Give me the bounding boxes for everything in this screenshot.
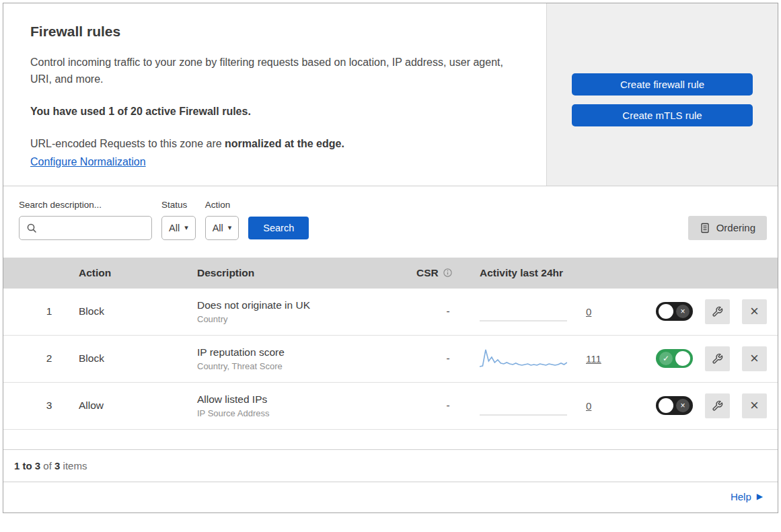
create-mtls-rule-button[interactable]: Create mTLS rule — [572, 104, 753, 126]
activity-count-link[interactable]: 0 — [586, 400, 591, 412]
activity-count-link[interactable]: 111 — [586, 353, 601, 365]
filter-bar: Search description... Status All ▾ Actio… — [3, 186, 778, 258]
rule-controls: × × — [641, 299, 767, 324]
rule-criteria: Country — [197, 314, 416, 324]
rule-csr-value: - — [416, 352, 480, 365]
header-action-column: Action — [79, 267, 197, 279]
pagination-summary: 1 to 3 of 3 items — [3, 450, 778, 482]
page-header: Firewall rules Control incoming traffic … — [3, 3, 778, 186]
search-button[interactable]: Search — [248, 217, 309, 239]
status-toggle[interactable]: × — [656, 302, 693, 321]
header-csr-label: CSR — [416, 267, 439, 279]
rule-controls: × × — [641, 393, 767, 418]
activity-sparkline — [480, 299, 567, 324]
configure-normalization-link[interactable]: Configure Normalization — [30, 156, 146, 167]
arrow-right-icon: ▶ — [757, 492, 763, 501]
status-filter-group: Status All ▾ — [161, 200, 196, 240]
normalization-note: URL-encoded Requests to this zone are no… — [30, 138, 519, 150]
page-title: Firewall rules — [30, 24, 519, 40]
help-link-label: Help — [731, 491, 751, 502]
status-toggle[interactable]: × — [656, 396, 693, 415]
rule-criteria: IP Source Address — [197, 408, 416, 418]
wrench-icon — [712, 306, 723, 317]
status-toggle[interactable]: ✓ — [656, 349, 693, 368]
firewall-rules-page: Firewall rules Control incoming traffic … — [3, 3, 778, 513]
rule-activity-cell: 111 — [480, 346, 641, 371]
header-description-column: Description — [197, 267, 416, 279]
rule-activity-cell: 0 — [480, 299, 641, 324]
table-header: Action Description CSR Activity last 24h… — [3, 258, 778, 289]
status-dropdown-value: All — [169, 223, 180, 233]
action-dropdown[interactable]: All ▾ — [205, 216, 239, 240]
rule-description: IP reputation score — [197, 346, 416, 358]
pagination-total: 3 — [54, 460, 60, 471]
page-description: Control incoming traffic to your zone by… — [30, 54, 519, 88]
pagination-of: of — [43, 460, 52, 471]
wrench-icon — [712, 353, 723, 365]
toggle-knob — [659, 398, 673, 413]
table-row: 1 Block Does not originate in UK Country… — [3, 289, 778, 336]
toggle-state-icon: ✓ — [659, 352, 673, 365]
action-label: Action — [205, 200, 239, 210]
header-text-block: Firewall rules Control incoming traffic … — [3, 3, 546, 186]
toggle-state-icon: × — [676, 305, 690, 318]
help-link[interactable]: Help ▶ — [731, 491, 763, 502]
rule-description: Does not originate in UK — [197, 299, 416, 311]
close-icon: × — [750, 351, 759, 366]
close-icon: × — [750, 304, 759, 319]
rule-action: Block — [79, 305, 197, 317]
rule-description: Allow listed IPs — [197, 393, 416, 406]
status-dropdown[interactable]: All ▾ — [161, 216, 196, 240]
help-row: Help ▶ — [3, 482, 778, 512]
search-box — [19, 216, 152, 240]
table-footer-spacer — [3, 430, 778, 450]
pagination-items-label: items — [63, 460, 87, 471]
header-activity-column: Activity last 24hr — [480, 267, 641, 279]
create-firewall-rule-button[interactable]: Create firewall rule — [572, 73, 753, 96]
ordering-button[interactable]: Ordering — [688, 216, 767, 240]
action-filter-group: Action All ▾ — [205, 200, 239, 240]
rule-priority: 1 — [20, 305, 79, 317]
table-row: 2 Block IP reputation score Country, Thr… — [3, 336, 778, 383]
info-icon[interactable] — [443, 268, 453, 278]
rule-csr-value: - — [416, 400, 480, 412]
action-dropdown-value: All — [213, 223, 223, 233]
rule-action: Block — [79, 352, 197, 365]
chevron-down-icon: ▾ — [228, 223, 232, 232]
table-row: 3 Allow Allow listed IPs IP Source Addre… — [3, 383, 778, 430]
edit-rule-button[interactable] — [705, 393, 730, 418]
toggle-knob — [659, 304, 673, 319]
rule-description-cell: Allow listed IPs IP Source Address — [197, 393, 416, 418]
activity-sparkline — [480, 346, 567, 371]
edit-rule-button[interactable] — [705, 346, 730, 371]
toggle-state-icon: × — [676, 399, 690, 412]
ordering-list-icon — [700, 223, 710, 233]
normalization-note-text: URL-encoded Requests to this zone are — [30, 138, 222, 149]
wrench-icon — [712, 400, 723, 412]
rule-priority: 3 — [20, 400, 79, 412]
rule-action: Allow — [79, 400, 197, 412]
search-label: Search description... — [19, 200, 152, 210]
rule-controls: ✓ × — [641, 346, 767, 371]
search-group: Search description... — [19, 200, 152, 240]
normalization-note-bold: normalized at the edge. — [225, 138, 344, 149]
search-description-input[interactable] — [42, 222, 145, 234]
delete-rule-button[interactable]: × — [742, 346, 767, 371]
close-icon: × — [750, 398, 759, 413]
rule-activity-cell: 0 — [480, 393, 641, 418]
delete-rule-button[interactable]: × — [742, 393, 767, 418]
ordering-button-label: Ordering — [716, 222, 755, 233]
chevron-down-icon: ▾ — [184, 223, 188, 232]
rules-usage-summary: You have used 1 of 20 active Firewall ru… — [30, 106, 519, 118]
delete-rule-button[interactable]: × — [742, 299, 767, 324]
edit-rule-button[interactable] — [705, 299, 730, 324]
rule-description-cell: Does not originate in UK Country — [197, 299, 416, 324]
rule-csr-value: - — [416, 305, 480, 317]
activity-sparkline — [480, 393, 567, 418]
toggle-knob — [675, 351, 690, 366]
status-label: Status — [161, 200, 196, 210]
pagination-range: 1 to 3 — [14, 460, 40, 471]
search-icon — [26, 223, 37, 233]
activity-count-link[interactable]: 0 — [586, 306, 591, 317]
rule-description-cell: IP reputation score Country, Threat Scor… — [197, 346, 416, 371]
